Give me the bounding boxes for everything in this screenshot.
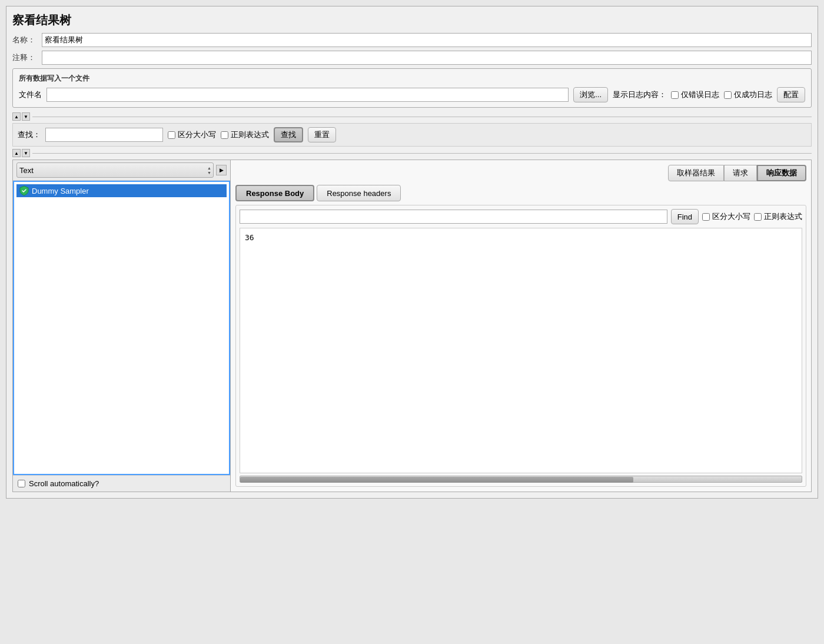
tree-item-label: Dummy Sampler [32, 187, 89, 195]
dropdown-wrapper: Text ▲ ▼ [16, 162, 214, 178]
note-label: 注释： [12, 52, 42, 63]
success-log-checkbox-row[interactable]: 仅成功日志 [724, 89, 772, 100]
shield-icon [19, 185, 29, 196]
tab-response-data[interactable]: 响应数据 [757, 165, 806, 181]
response-body-area: 36 [240, 228, 802, 473]
arrow-up-btn-2[interactable]: ▲ [12, 149, 21, 157]
scroll-auto-label: Scroll automatically? [29, 479, 99, 488]
divider-bar-1: ▲ ▼ [12, 112, 812, 121]
find-case-label: 区分大小写 [712, 211, 750, 222]
arrow-down-btn-2[interactable]: ▼ [22, 149, 30, 157]
name-row: 名称： [12, 33, 812, 47]
tab-request[interactable]: 请求 [724, 165, 757, 181]
regex-checkbox-row[interactable]: 正则表达式 [221, 130, 269, 140]
scrollbar-thumb [240, 477, 633, 483]
divider-arrows-1: ▲ ▼ [12, 112, 30, 121]
response-content-box: Find 区分大小写 正则表达式 36 [235, 205, 806, 487]
error-log-checkbox-row[interactable]: 仅错误日志 [671, 89, 719, 100]
log-label: 显示日志内容： [613, 89, 666, 100]
view-type-select[interactable]: Text [16, 162, 214, 178]
right-panel: 取样器结果 请求 响应数据 Response Body Response hea… [231, 160, 811, 492]
success-log-checkbox[interactable] [724, 91, 732, 99]
tab-bar-top: 取样器结果 请求 响应数据 [235, 165, 806, 181]
divider-line-2 [32, 153, 812, 154]
main-window: 察看结果树 名称： 注释： 所有数据写入一个文件 文件名 浏览... 显示日志内… [6, 6, 818, 499]
success-log-label: 仅成功日志 [734, 89, 772, 100]
search-input[interactable] [45, 128, 163, 142]
arrow-up-btn-1[interactable]: ▲ [12, 112, 21, 121]
case-label: 区分大小写 [178, 130, 216, 140]
window-title: 察看结果树 [12, 12, 812, 28]
note-row: 注释： [12, 51, 812, 65]
find-regex-label: 正则表达式 [764, 211, 802, 222]
tab-response-body[interactable]: Response Body [235, 185, 314, 201]
find-regex-row[interactable]: 正则表达式 [754, 211, 802, 222]
divider-bar-2: ▲ ▼ [12, 149, 812, 157]
horizontal-scrollbar[interactable] [240, 476, 802, 483]
error-log-label: 仅错误日志 [681, 89, 719, 100]
error-log-checkbox[interactable] [671, 91, 679, 99]
tab-sampler-result[interactable]: 取样器结果 [668, 165, 724, 181]
arrow-down-btn-1[interactable]: ▼ [22, 112, 30, 121]
scroll-auto-checkbox[interactable] [18, 480, 25, 487]
file-section-legend: 所有数据写入一个文件 [19, 74, 805, 84]
regex-label: 正则表达式 [231, 130, 269, 140]
response-tabs: Response Body Response headers [235, 185, 806, 201]
file-input[interactable] [46, 88, 569, 102]
name-label: 名称： [12, 35, 42, 45]
find-regex-checkbox[interactable] [754, 213, 762, 221]
search-label: 查找： [18, 130, 41, 140]
find-case-row[interactable]: 区分大小写 [702, 211, 750, 222]
regex-checkbox[interactable] [221, 131, 228, 139]
find-bar: Find 区分大小写 正则表达式 [240, 209, 802, 224]
divider-line-1 [32, 117, 812, 117]
find-button[interactable]: 查找 [274, 127, 303, 142]
reset-button[interactable]: 重置 [308, 127, 336, 142]
scroll-auto-row: Scroll automatically? [13, 475, 230, 492]
case-checkbox[interactable] [168, 131, 175, 139]
tab-response-headers[interactable]: Response headers [317, 185, 401, 201]
note-input[interactable] [42, 51, 812, 65]
divider-arrows-2: ▲ ▼ [12, 149, 30, 157]
find-button-right[interactable]: Find [671, 209, 699, 224]
left-toolbar: Text ▲ ▼ ▶ [13, 160, 230, 181]
name-input[interactable] [42, 33, 812, 47]
tree-item-dummy-sampler[interactable]: Dummy Sampler [16, 184, 227, 197]
case-checkbox-row[interactable]: 区分大小写 [168, 130, 216, 140]
find-case-checkbox[interactable] [702, 213, 710, 221]
config-button[interactable]: 配置 [777, 87, 805, 102]
file-label: 文件名 [19, 89, 42, 100]
expand-button[interactable]: ▶ [216, 165, 227, 175]
file-row: 文件名 浏览... 显示日志内容： 仅错误日志 仅成功日志 配置 [19, 87, 805, 102]
file-section: 所有数据写入一个文件 文件名 浏览... 显示日志内容： 仅错误日志 仅成功日志… [12, 68, 812, 108]
main-content-area: Text ▲ ▼ ▶ Dummy Sampler [12, 160, 812, 492]
response-body-content: 36 [245, 233, 254, 242]
find-input[interactable] [240, 210, 667, 224]
left-panel: Text ▲ ▼ ▶ Dummy Sampler [13, 160, 231, 492]
tree-area[interactable]: Dummy Sampler [13, 181, 230, 475]
search-bar: 查找： 区分大小写 正则表达式 查找 重置 [12, 123, 812, 147]
browse-button[interactable]: 浏览... [573, 87, 608, 102]
